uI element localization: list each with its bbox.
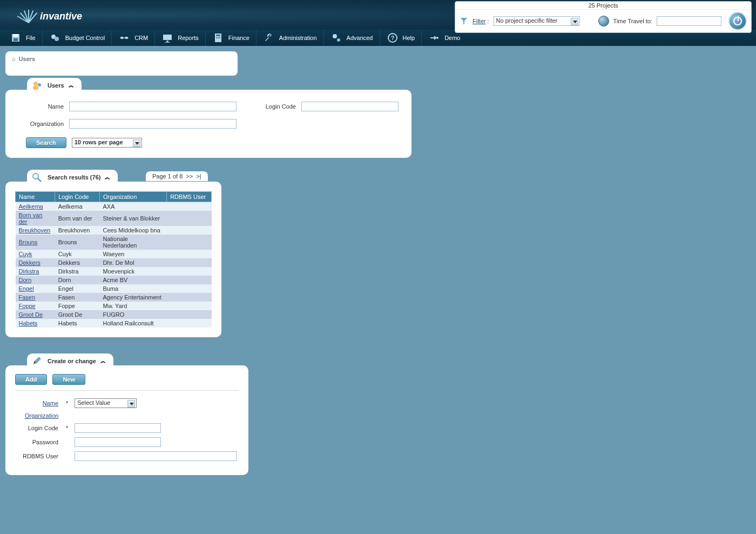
pager-text: Page 1 of 8 (152, 173, 183, 179)
filter-icon (460, 17, 468, 25)
row-rdbms (167, 211, 212, 226)
create-login-code-input[interactable] (75, 423, 161, 433)
name-label: Name (15, 103, 64, 110)
row-login: Dekkers (55, 258, 100, 267)
svg-point-14 (337, 38, 340, 42)
organization-label: Organization (15, 121, 64, 127)
table-row: CuykCuykWaeyen (16, 250, 212, 258)
create-password-input[interactable] (75, 437, 161, 447)
name-input[interactable] (69, 102, 237, 111)
logo-text: invantive (40, 11, 82, 22)
handshake-icon (118, 32, 130, 43)
create-name-label[interactable]: Name (15, 400, 58, 406)
logo-burst-icon (16, 5, 43, 27)
results-pager: Page 1 of 8 >> >| (146, 171, 208, 181)
time-travel-label: Time Travel to: (613, 18, 652, 24)
row-name-link[interactable]: Dirkstra (16, 267, 55, 276)
search-button[interactable]: Search (26, 137, 66, 148)
row-rdbms (167, 202, 212, 211)
create-organization-label[interactable]: Organization (25, 412, 58, 419)
row-rdbms (167, 319, 212, 328)
results-panel-tab[interactable]: Search results (76) ︽ (27, 170, 118, 185)
breadcrumb-title[interactable]: Users (19, 56, 36, 62)
menu-administration[interactable]: Administration (256, 30, 324, 46)
collapse-icon[interactable]: ︽ (105, 173, 110, 181)
chart-icon (161, 32, 173, 43)
row-name-link[interactable]: Fasen (16, 293, 55, 302)
row-name-link[interactable]: Breukhoven (16, 226, 55, 235)
rows-per-page-select[interactable]: 10 rows per page (72, 138, 142, 148)
calculator-icon (212, 32, 224, 43)
row-name-link[interactable]: Engel (16, 284, 55, 293)
menu-help[interactable]: ? Help (380, 30, 422, 46)
svg-rect-11 (218, 37, 219, 38)
row-name-link[interactable]: Foppe (16, 302, 55, 310)
search-icon (31, 172, 43, 183)
row-rdbms (167, 226, 212, 235)
collapse-icon[interactable]: ︽ (69, 82, 74, 89)
breadcrumb: ⌂ Users (5, 51, 238, 76)
svg-point-17 (436, 37, 438, 39)
menu-crm[interactable]: CRM (112, 30, 155, 46)
pager-last[interactable]: >| (196, 173, 201, 179)
collapse-icon[interactable]: ︽ (100, 357, 106, 365)
row-name-link[interactable]: Cuyk (16, 250, 55, 258)
table-row: BreukhovenBreukhovenCees Middelkoop bna (16, 226, 212, 235)
row-name-link[interactable]: Habets (16, 319, 55, 328)
chevron-down-icon (127, 400, 135, 408)
row-rdbms (167, 250, 212, 258)
table-row: DekkersDekkersDhr. De Mol (16, 258, 212, 267)
logo: invantive (16, 5, 82, 27)
pager-next[interactable]: >> (186, 173, 193, 179)
row-name-link[interactable]: Born van der (16, 211, 55, 226)
svg-point-18 (33, 82, 38, 86)
users-panel-tab[interactable]: Users ︽ (27, 78, 82, 93)
row-login: Foppe (55, 302, 100, 310)
add-button[interactable]: Add (15, 374, 47, 385)
new-button[interactable]: New (52, 374, 85, 385)
col-login[interactable]: Login Code (55, 192, 100, 202)
row-name-link[interactable]: Groot De (16, 310, 55, 319)
chevron-down-icon (571, 18, 578, 25)
top-filter-panel: 25 Projects Filter : No project specific… (455, 1, 752, 33)
table-row: FoppeFoppeMw. Yard (16, 302, 212, 310)
menu-reports[interactable]: Reports (155, 30, 206, 46)
col-org[interactable]: Organization (99, 192, 166, 202)
edit-icon (31, 356, 43, 366)
row-login: Groot De (55, 310, 100, 319)
svg-rect-7 (165, 42, 170, 43)
home-icon[interactable]: ⌂ (12, 56, 16, 62)
projects-count[interactable]: 25 Projects (455, 2, 751, 10)
create-rdbms-input[interactable] (75, 451, 237, 461)
col-rdbms[interactable]: RDBMS User (167, 192, 212, 202)
logout-button[interactable] (728, 12, 747, 30)
create-rdbms-label: RDBMS User (15, 453, 58, 459)
row-name-link[interactable]: Brouns (16, 235, 55, 250)
col-name[interactable]: Name (16, 192, 55, 202)
svg-rect-2 (14, 38, 18, 41)
create-name-select[interactable]: Select Value (75, 398, 137, 408)
row-rdbms (167, 235, 212, 250)
menu-budget-control[interactable]: Budget Control (43, 30, 112, 46)
table-row: HabetsHabetsHolland Railconsult (16, 319, 212, 328)
project-filter-select[interactable]: No project specific filter (494, 16, 580, 26)
create-panel-tab[interactable]: Create or change ︽ (27, 353, 113, 369)
menu-advanced[interactable]: Advanced (324, 30, 380, 46)
row-org: Nationale Nederlanden (99, 235, 166, 250)
row-name-link[interactable]: Dorn (16, 276, 55, 284)
menu-file[interactable]: File (3, 30, 43, 46)
row-name-link[interactable]: Dekkers (16, 258, 55, 267)
results-header-row: Name Login Code Organization RDBMS User (16, 192, 212, 202)
globe-icon (598, 16, 609, 26)
login-code-input[interactable] (301, 102, 399, 111)
organization-input[interactable] (69, 119, 237, 129)
row-org: Mw. Yard (99, 302, 166, 310)
svg-rect-9 (216, 35, 220, 36)
menu-finance[interactable]: Finance (206, 30, 256, 46)
create-change-panel: Create or change ︽ Add New Name* Select … (5, 365, 248, 475)
row-name-link[interactable]: Aeilkema (16, 202, 55, 211)
svg-rect-20 (33, 86, 38, 90)
row-org: Buma (99, 284, 166, 293)
time-travel-input[interactable] (657, 16, 721, 26)
filter-label[interactable]: Filter : (473, 18, 489, 24)
